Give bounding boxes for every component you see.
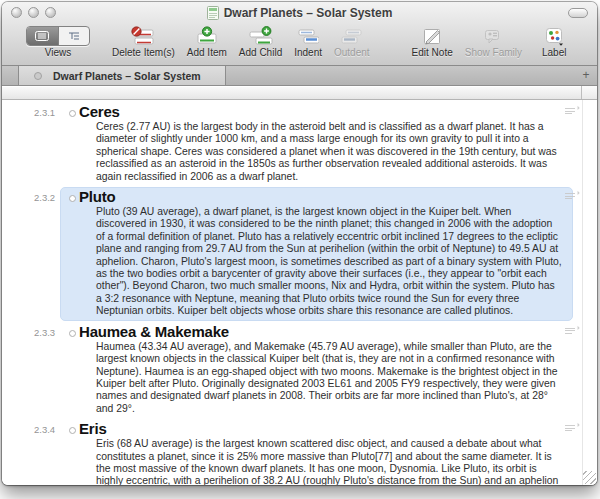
views-control: Views xyxy=(26,25,90,58)
section-note: Pluto (39 AU average), a dwarf planet, i… xyxy=(96,206,563,318)
scrollbar-corner xyxy=(581,86,597,99)
close-window-button[interactable] xyxy=(11,7,22,18)
section-title[interactable]: Haumea & Makemake xyxy=(79,324,563,340)
section-row[interactable]: 2.3.3 Haumea & Makemake Haumea (43.34 AU… xyxy=(2,322,597,419)
document-icon xyxy=(207,6,219,20)
add-item-button[interactable]: Add Item xyxy=(187,25,227,58)
section-number: 2.3.1 xyxy=(34,107,55,118)
edit-note-icon xyxy=(422,27,442,46)
section-title[interactable]: Ceres xyxy=(79,104,563,120)
list-view-segment[interactable] xyxy=(27,27,58,45)
resize-grip[interactable] xyxy=(583,471,596,484)
outline-bullet-icon[interactable] xyxy=(69,330,76,337)
show-family-label: Show Family xyxy=(465,47,522,58)
outline-view-segment[interactable] xyxy=(58,27,90,45)
outdent-button[interactable]: Outdent xyxy=(334,25,370,58)
indent-icon xyxy=(297,26,319,46)
title-group: Dwarf Planets – Solar System xyxy=(207,6,393,20)
window-controls xyxy=(11,7,56,18)
section-note: Haumea (43.34 AU average), and Makemake … xyxy=(96,341,563,415)
edit-note-label: Edit Note xyxy=(412,47,453,58)
scrollbar-track xyxy=(582,100,597,485)
show-family-button[interactable]: Show Family xyxy=(465,25,522,58)
app-window: Dwarf Planets – Solar System xyxy=(2,2,597,485)
note-indicator-icon[interactable] xyxy=(565,108,575,116)
outline-bullet-icon[interactable] xyxy=(69,110,76,117)
views-segmented-control xyxy=(26,26,90,46)
section-title[interactable]: Eris xyxy=(79,421,563,437)
delete-items-icon xyxy=(130,26,156,46)
add-child-button[interactable]: Add Child xyxy=(239,25,282,58)
section-number: 2.3.2 xyxy=(34,192,55,203)
show-family-icon xyxy=(482,27,504,46)
outdent-label: Outdent xyxy=(334,47,370,58)
section-number: 2.3.4 xyxy=(34,424,55,435)
section-number: 2.3.3 xyxy=(34,327,55,338)
outline-bullet-icon[interactable] xyxy=(69,195,76,202)
minimize-window-button[interactable] xyxy=(28,7,39,18)
indent-button[interactable]: Indent xyxy=(294,25,322,58)
delete-items-button[interactable]: Delete Item(s) xyxy=(112,25,175,58)
section-row[interactable]: 2.3.4 Eris Eris (68 AU average) is the l… xyxy=(2,419,597,485)
outdent-icon xyxy=(341,26,363,46)
edit-note-button[interactable]: Edit Note xyxy=(412,25,453,58)
tab-close-icon[interactable] xyxy=(34,72,42,80)
section-row[interactable]: 2.3.1 Ceres Ceres (2.77 AU) is the large… xyxy=(2,102,597,187)
section-note: Eris (68 AU average) is the largest know… xyxy=(96,438,563,485)
outline-view-icon xyxy=(68,31,80,41)
outline-bullet-icon[interactable] xyxy=(69,427,76,434)
tab-label: Dwarf Planets – Solar System xyxy=(53,70,201,82)
add-child-label: Add Child xyxy=(239,47,282,58)
label-icon xyxy=(544,27,564,46)
note-indicator-icon[interactable] xyxy=(565,328,575,336)
title-bar[interactable]: Dwarf Planets – Solar System xyxy=(2,2,597,23)
zoom-window-button[interactable] xyxy=(45,7,56,18)
tab-bar: Dwarf Planets – Solar System + xyxy=(2,66,597,86)
outline: 2.3.1 Ceres Ceres (2.77 AU) is the large… xyxy=(2,100,597,485)
list-view-icon xyxy=(35,31,49,41)
column-header-strip xyxy=(2,86,597,100)
toolbar-toggle-pill[interactable] xyxy=(568,8,588,18)
indent-label: Indent xyxy=(294,47,322,58)
section-title[interactable]: Pluto xyxy=(79,189,563,205)
toolbar: Views Delete Item(s) xyxy=(2,23,597,65)
note-indicator-icon[interactable] xyxy=(565,425,575,433)
window-title: Dwarf Planets – Solar System xyxy=(224,6,393,20)
add-child-icon xyxy=(248,26,274,46)
delete-items-label: Delete Item(s) xyxy=(112,47,175,58)
label-button[interactable]: Label xyxy=(542,25,566,58)
add-item-icon xyxy=(195,26,219,46)
label-label: Label xyxy=(542,47,566,58)
views-label: Views xyxy=(45,47,72,58)
window-chrome: Dwarf Planets – Solar System xyxy=(2,2,597,66)
note-indicator-icon[interactable] xyxy=(565,193,575,201)
tab-dwarf-planets[interactable]: Dwarf Planets – Solar System xyxy=(18,66,226,85)
add-item-label: Add Item xyxy=(187,47,227,58)
add-tab-button[interactable]: + xyxy=(579,67,593,84)
section-row[interactable]: 2.3.2 Pluto Pluto (39 AU average), a dwa… xyxy=(2,187,597,322)
section-note: Ceres (2.77 AU) is the largest body in t… xyxy=(96,121,563,183)
